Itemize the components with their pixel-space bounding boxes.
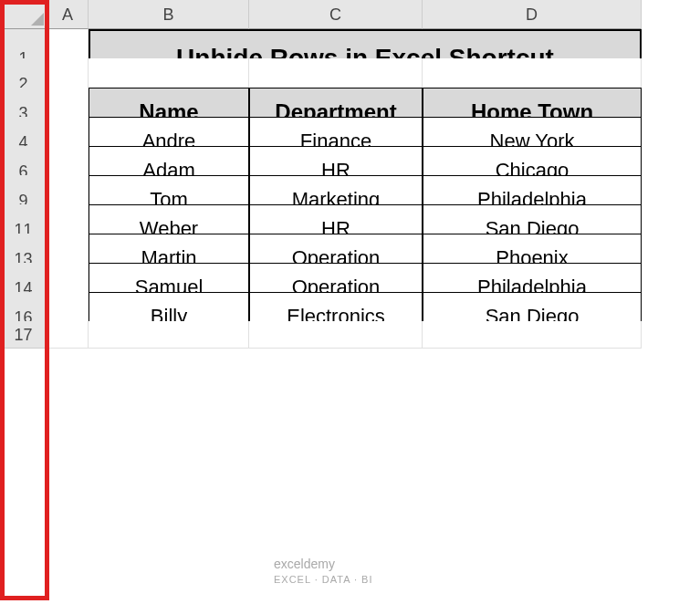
col-header-b[interactable]: B	[89, 0, 249, 29]
cell-a17[interactable]	[47, 321, 89, 349]
watermark: exceldemy EXCEL · DATA · BI	[274, 557, 373, 586]
col-header-c[interactable]: C	[249, 0, 423, 29]
watermark-brand: exceldemy	[274, 557, 335, 571]
select-all-corner[interactable]	[0, 0, 47, 29]
col-header-d[interactable]: D	[423, 0, 642, 29]
watermark-tagline: EXCEL · DATA · BI	[274, 574, 373, 585]
spreadsheet-grid: A B C D 1 Unhide Rows in Excel Shortcut …	[0, 0, 700, 350]
col-header-a[interactable]: A	[47, 0, 89, 29]
cell-d17[interactable]	[423, 321, 642, 349]
cell-c17[interactable]	[249, 321, 423, 349]
row-header-17[interactable]: 17	[0, 321, 47, 349]
cell-b17[interactable]	[89, 321, 249, 349]
